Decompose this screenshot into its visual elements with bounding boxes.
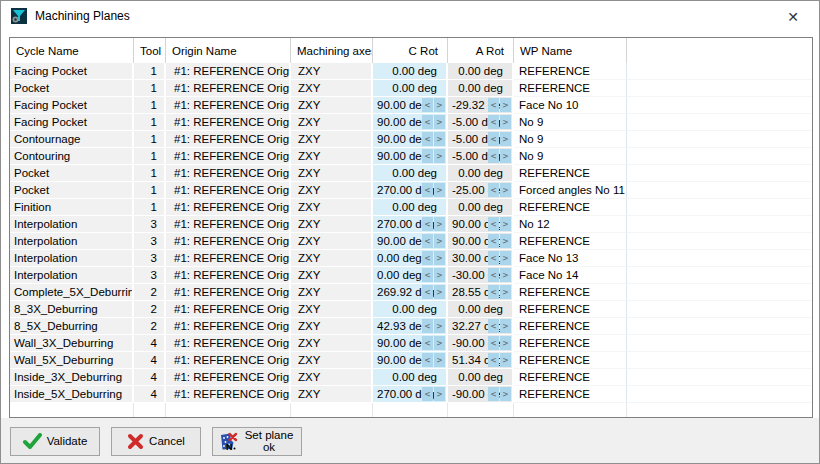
- table-row[interactable]: Pocket 1 #1: REFERENCE Origin ZXY 270.00…: [10, 182, 812, 199]
- table-row[interactable]: Contouring 1 #1: REFERENCE Origin ZXY 90…: [10, 148, 812, 165]
- spin-right-button[interactable]: >: [500, 268, 511, 282]
- c-rot-cell[interactable]: 42.93 deg<>: [373, 318, 448, 335]
- spin-left-button[interactable]: <: [488, 251, 499, 265]
- spin-left-button[interactable]: <: [488, 319, 499, 333]
- spin-left-button[interactable]: <: [488, 387, 499, 401]
- spin-left-button[interactable]: <: [422, 217, 433, 231]
- a-rot-cell[interactable]: 0.00 deg: [448, 63, 514, 80]
- a-rot-cell[interactable]: -5.00 deg<>: [448, 114, 514, 131]
- c-rot-cell[interactable]: 0.00 deg<>: [373, 267, 448, 284]
- spin-left-button[interactable]: <: [488, 217, 499, 231]
- table-row[interactable]: Complete_5X_Deburring 2 #1: REFERENCE Or…: [10, 284, 812, 301]
- spin-left-button[interactable]: <: [488, 183, 499, 197]
- a-rot-cell[interactable]: 0.00 deg: [448, 369, 514, 386]
- table-row[interactable]: Wall_5X_Deburring 4 #1: REFERENCE Origin…: [10, 352, 812, 369]
- c-rot-cell[interactable]: 270.00 deg<>: [373, 216, 448, 233]
- a-rot-cell[interactable]: 28.55 deg<>: [448, 284, 514, 301]
- a-rot-cell[interactable]: -5.00 deg<>: [448, 148, 514, 165]
- spin-left-button[interactable]: <: [488, 132, 499, 146]
- table-row[interactable]: Pocket 1 #1: REFERENCE Origin ZXY 0.00 d…: [10, 165, 812, 182]
- a-rot-cell[interactable]: 90.00 deg<>: [448, 233, 514, 250]
- table-row[interactable]: Pocket 1 #1: REFERENCE Origin ZXY 0.00 d…: [10, 80, 812, 97]
- spin-right-button[interactable]: >: [500, 251, 511, 265]
- a-rot-cell[interactable]: 90.00 deg<>: [448, 216, 514, 233]
- spin-left-button[interactable]: <: [488, 336, 499, 350]
- spin-right-button[interactable]: >: [434, 115, 445, 129]
- a-rot-cell[interactable]: -25.00 deg<>: [448, 182, 514, 199]
- table-row[interactable]: 8_3X_Deburring 2 #1: REFERENCE Origin ZX…: [10, 301, 812, 318]
- spin-left-button[interactable]: <: [422, 183, 433, 197]
- spin-right-button[interactable]: >: [500, 285, 511, 299]
- spin-right-button[interactable]: >: [500, 132, 511, 146]
- spin-left-button[interactable]: <: [422, 285, 433, 299]
- c-rot-cell[interactable]: 90.00 deg<>: [373, 97, 448, 114]
- c-rot-cell[interactable]: 0.00 deg: [373, 165, 448, 182]
- table-row[interactable]: Inside_3X_Deburring 4 #1: REFERENCE Orig…: [10, 369, 812, 386]
- spin-right-button[interactable]: >: [500, 387, 511, 401]
- spin-left-button[interactable]: <: [422, 132, 433, 146]
- spin-right-button[interactable]: >: [434, 285, 445, 299]
- spin-right-button[interactable]: >: [434, 319, 445, 333]
- a-rot-cell[interactable]: 0.00 deg: [448, 199, 514, 216]
- spin-left-button[interactable]: <: [422, 336, 433, 350]
- set-plane-ok-button[interactable]: N Set plane ok: [212, 427, 302, 456]
- c-rot-cell[interactable]: 0.00 deg: [373, 369, 448, 386]
- table-row[interactable]: Interpolation 3 #1: REFERENCE Origin ZXY…: [10, 233, 812, 250]
- spin-right-button[interactable]: >: [434, 149, 445, 163]
- table-row[interactable]: Inside_5X_Deburring 4 #1: REFERENCE Orig…: [10, 386, 812, 403]
- spin-left-button[interactable]: <: [488, 353, 499, 367]
- spin-right-button[interactable]: >: [500, 98, 511, 112]
- table-row[interactable]: Facing Pocket 1 #1: REFERENCE Origin ZXY…: [10, 114, 812, 131]
- validate-button[interactable]: Validate: [10, 427, 100, 456]
- spin-right-button[interactable]: >: [500, 319, 511, 333]
- spin-left-button[interactable]: <: [422, 268, 433, 282]
- c-rot-cell[interactable]: 90.00 deg<>: [373, 335, 448, 352]
- c-rot-cell[interactable]: 0.00 deg: [373, 199, 448, 216]
- cancel-button[interactable]: Cancel: [111, 427, 201, 456]
- c-rot-cell[interactable]: 90.00 deg<>: [373, 114, 448, 131]
- spin-right-button[interactable]: >: [500, 217, 511, 231]
- table-row[interactable]: Interpolation 3 #1: REFERENCE Origin ZXY…: [10, 267, 812, 284]
- spin-right-button[interactable]: >: [500, 115, 511, 129]
- spin-right-button[interactable]: >: [500, 183, 511, 197]
- a-rot-cell[interactable]: -5.00 deg<>: [448, 131, 514, 148]
- spin-left-button[interactable]: <: [422, 234, 433, 248]
- table-row[interactable]: Wall_3X_Deburring 4 #1: REFERENCE Origin…: [10, 335, 812, 352]
- c-rot-cell[interactable]: 90.00 deg<>: [373, 148, 448, 165]
- a-rot-cell[interactable]: 0.00 deg: [448, 301, 514, 318]
- a-rot-cell[interactable]: 51.34 deg<>: [448, 352, 514, 369]
- spin-right-button[interactable]: >: [434, 98, 445, 112]
- spin-left-button[interactable]: <: [422, 353, 433, 367]
- spin-left-button[interactable]: <: [422, 149, 433, 163]
- a-rot-cell[interactable]: 0.00 deg: [448, 165, 514, 182]
- spin-right-button[interactable]: >: [434, 234, 445, 248]
- close-button[interactable]: ✕: [781, 6, 805, 28]
- spin-left-button[interactable]: <: [488, 98, 499, 112]
- spin-left-button[interactable]: <: [488, 234, 499, 248]
- spin-right-button[interactable]: >: [434, 336, 445, 350]
- spin-left-button[interactable]: <: [488, 149, 499, 163]
- a-rot-cell[interactable]: 30.00 deg<>: [448, 250, 514, 267]
- spin-right-button[interactable]: >: [434, 132, 445, 146]
- spin-left-button[interactable]: <: [488, 285, 499, 299]
- spin-left-button[interactable]: <: [488, 115, 499, 129]
- spin-left-button[interactable]: <: [422, 387, 433, 401]
- a-rot-cell[interactable]: -90.00 deg<>: [448, 335, 514, 352]
- c-rot-cell[interactable]: 270.00 deg<>: [373, 182, 448, 199]
- table-row[interactable]: 8_5X_Deburring 2 #1: REFERENCE Origin ZX…: [10, 318, 812, 335]
- spin-right-button[interactable]: >: [434, 183, 445, 197]
- a-rot-cell[interactable]: 32.27 deg<>: [448, 318, 514, 335]
- spin-left-button[interactable]: <: [422, 251, 433, 265]
- c-rot-cell[interactable]: 0.00 deg<>: [373, 250, 448, 267]
- spin-right-button[interactable]: >: [500, 149, 511, 163]
- spin-left-button[interactable]: <: [422, 98, 433, 112]
- spin-right-button[interactable]: >: [434, 268, 445, 282]
- table-row[interactable]: Facing Pocket 1 #1: REFERENCE Origin ZXY…: [10, 63, 812, 80]
- spin-left-button[interactable]: <: [422, 115, 433, 129]
- a-rot-cell[interactable]: -29.32 deg<>: [448, 97, 514, 114]
- c-rot-cell[interactable]: 270.00 deg<>: [373, 386, 448, 403]
- spin-right-button[interactable]: >: [434, 217, 445, 231]
- c-rot-cell[interactable]: 0.00 deg: [373, 301, 448, 318]
- a-rot-cell[interactable]: -30.00 deg<>: [448, 267, 514, 284]
- table-row[interactable]: Interpolation 3 #1: REFERENCE Origin ZXY…: [10, 216, 812, 233]
